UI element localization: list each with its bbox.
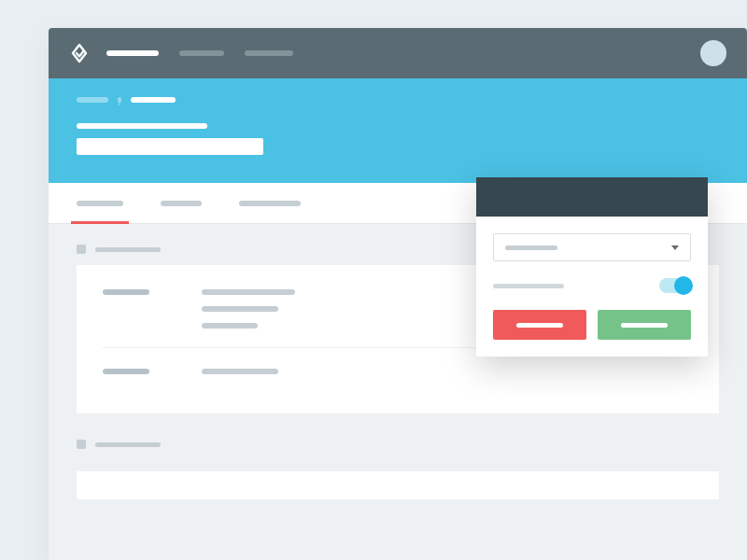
button-row: Cancel Confirm bbox=[493, 310, 691, 340]
row-value: Value three bbox=[202, 323, 258, 329]
chevron-right-icon: › bbox=[118, 97, 121, 103]
page-title: Page Title bbox=[77, 123, 207, 129]
app-window: Home Reports Settings Parent › Current P… bbox=[49, 28, 747, 560]
row-values: Value line one Value line two Value thre… bbox=[202, 289, 295, 329]
section-icon bbox=[77, 440, 86, 449]
row-label: Field B bbox=[103, 369, 149, 374]
page-subtitle: Subtitle or search field bbox=[77, 138, 263, 155]
nav-item-reports[interactable]: Reports bbox=[179, 50, 224, 56]
diamond-logo-icon[interactable] bbox=[69, 43, 90, 63]
breadcrumb-current: Current bbox=[131, 97, 176, 103]
tab-details[interactable]: Details bbox=[161, 201, 202, 206]
top-nav: Home Reports Settings bbox=[49, 28, 747, 78]
section-heading-text: Section bbox=[95, 247, 161, 252]
button-label: Cancel bbox=[516, 323, 563, 328]
select-value: Option bbox=[505, 245, 557, 250]
dropdown-select[interactable]: Option bbox=[493, 233, 691, 261]
section-2: Section bbox=[77, 440, 719, 499]
chevron-down-icon bbox=[671, 245, 679, 250]
nav-items: Home Reports Settings bbox=[106, 50, 293, 56]
nav-item-settings[interactable]: Settings bbox=[245, 50, 293, 56]
toggle-switch[interactable] bbox=[659, 278, 691, 293]
toggle-label: Enable option bbox=[493, 284, 564, 288]
action-popover: Option Enable option Cancel Confirm bbox=[476, 177, 708, 357]
row-value: Value line two bbox=[202, 306, 278, 312]
section-heading-text: Section bbox=[95, 442, 161, 447]
nav-item-home[interactable]: Home bbox=[106, 50, 159, 56]
row-value: Value line one bbox=[202, 289, 295, 295]
row-value: Value line one bbox=[202, 369, 278, 374]
breadcrumb: Parent › Current bbox=[77, 97, 719, 103]
cancel-button[interactable]: Cancel bbox=[493, 310, 586, 340]
section-icon bbox=[77, 245, 86, 254]
row-values: Value line one bbox=[202, 369, 278, 374]
confirm-button[interactable]: Confirm bbox=[598, 310, 691, 340]
toggle-knob bbox=[674, 276, 693, 295]
popover-header bbox=[476, 177, 708, 217]
tab-overview[interactable]: Overview bbox=[77, 201, 123, 206]
breadcrumb-parent[interactable]: Parent bbox=[77, 97, 108, 103]
popover-body: Option Enable option Cancel Confirm bbox=[476, 217, 708, 357]
section-heading: Section bbox=[77, 440, 719, 449]
button-label: Confirm bbox=[621, 323, 668, 328]
user-avatar[interactable] bbox=[700, 40, 726, 66]
details-card bbox=[77, 471, 719, 499]
hero-banner: Parent › Current Page Title Subtitle or … bbox=[49, 78, 747, 183]
tab-activity[interactable]: Activity Log bbox=[239, 201, 301, 206]
toggle-row: Enable option bbox=[493, 278, 691, 293]
row-label: Field A bbox=[103, 289, 149, 295]
